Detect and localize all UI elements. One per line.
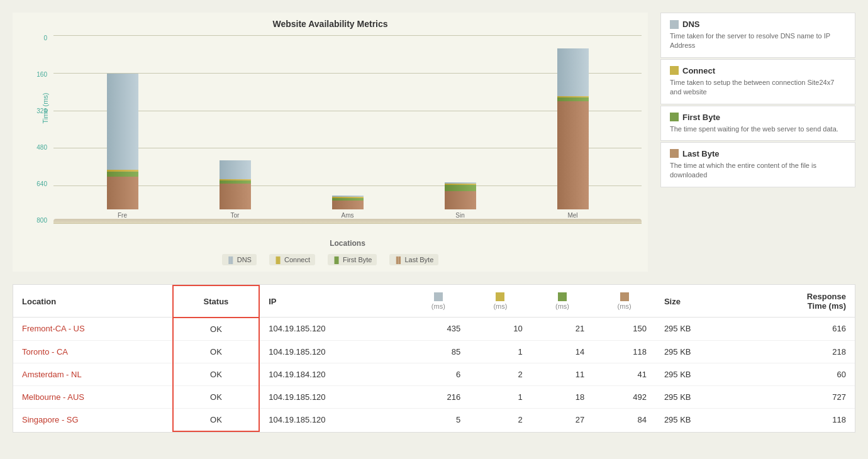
y-label-640: 640: [19, 181, 47, 187]
cell-dns-4: 5: [408, 408, 470, 431]
cell-location-3[interactable]: Melbourne - AUS: [13, 385, 173, 408]
cell-ip-4: 104.19.185.120: [259, 408, 407, 431]
legend-card-dns-title: DNS: [670, 19, 846, 29]
legend-firstbyte-label: First Byte: [343, 256, 372, 263]
legend-lastbyte-label: Last Byte: [404, 256, 433, 263]
cell-dns-2: 6: [408, 363, 470, 385]
cell-status-2: OK: [173, 363, 259, 385]
col-response-time: ResponseTime (ms): [743, 285, 855, 318]
y-label-160: 160: [19, 72, 47, 78]
lastbyte-bar-fre: [107, 177, 138, 210]
firstbyte-legend-icon: ▐▌: [333, 256, 340, 263]
legend-connect: ▐▌ Connect: [269, 254, 315, 265]
dns-col-unit: (ms): [431, 302, 445, 310]
cell-dns-3: 216: [408, 385, 470, 408]
legend-lastbyte: ▐▌ Last Byte: [389, 254, 438, 265]
bar-x-label-ams: Ams: [342, 212, 354, 219]
bar-x-label-tor: Tor: [231, 212, 240, 219]
cell-size-0: 295 KB: [655, 318, 743, 341]
page-wrapper: Website Availability Metrics Time (ms) 8…: [0, 0, 868, 445]
cell-ip-3: 104.19.185.120: [259, 385, 407, 408]
firstbyte-col-unit: (ms): [555, 302, 569, 310]
cell-size-2: 295 KB: [655, 363, 743, 385]
cell-response-4: 118: [743, 408, 855, 431]
cell-status-3: OK: [173, 385, 259, 408]
chart-title: Website Availability Metrics: [19, 19, 642, 29]
cell-lastbyte-0: 150: [593, 318, 655, 341]
cell-connect-2: 2: [469, 363, 531, 385]
x-axis-label: Locations: [53, 239, 642, 248]
lastbyte-col-icon: [620, 292, 629, 301]
cell-connect-1: 1: [469, 340, 531, 363]
y-label-800: 800: [19, 218, 47, 224]
table-body: Fremont-CA - US OK 104.19.185.120 435 10…: [13, 318, 855, 431]
dns-title-text: DNS: [682, 19, 699, 29]
bar-set-sin: Sin: [445, 182, 476, 219]
legend-sidebar: DNS Time taken for the server to resolve…: [660, 13, 855, 272]
table-row: Amsterdam - NL OK 104.19.184.120 6 2 11 …: [13, 363, 855, 385]
cell-size-3: 295 KB: [655, 385, 743, 408]
firstbyte-bar-sin: [445, 185, 476, 191]
cell-status-1: OK: [173, 340, 259, 363]
cell-response-1: 218: [743, 340, 855, 363]
firstbyte-title-text: First Byte: [682, 113, 720, 122]
cell-ip-0: 104.19.185.120: [259, 318, 407, 341]
cell-location-0[interactable]: Fremont-CA - US: [13, 318, 173, 341]
cell-connect-3: 1: [469, 385, 531, 408]
connect-color-box: [670, 66, 679, 75]
cell-location-1[interactable]: Toronto - CA: [13, 340, 173, 363]
lastbyte-title-text: Last Byte: [682, 149, 720, 158]
bar-set-ams: Ams: [332, 196, 364, 219]
col-status: Status: [173, 285, 259, 318]
dns-bar-fre: [107, 74, 138, 169]
y-label-480: 480: [19, 145, 47, 151]
lastbyte-legend-icon: ▐▌: [394, 256, 402, 263]
connect-legend-icon: ▐▌: [274, 256, 282, 263]
bar-set-fre: Fre: [107, 74, 138, 219]
firstbyte-description: The time spent waiting for the web serve…: [670, 124, 846, 134]
bar-x-label-fre: Fre: [118, 212, 127, 219]
firstbyte-bar-fre: [107, 172, 138, 176]
cell-location-2[interactable]: Amsterdam - NL: [13, 363, 173, 385]
chart-container: Website Availability Metrics Time (ms) 8…: [13, 13, 648, 272]
col-location: Location: [13, 285, 173, 318]
cell-size-1: 295 KB: [655, 340, 743, 363]
connect-col-icon: [496, 292, 504, 301]
y-axis-labels: 800 640 480 320 160 0: [19, 35, 50, 224]
cell-location-4[interactable]: Singapore - SG: [13, 408, 173, 431]
cell-lastbyte-4: 84: [593, 408, 655, 431]
col-connect: (ms): [469, 285, 531, 318]
legend-card-lastbyte: Last Byte The time at which the entire c…: [660, 142, 855, 187]
stacked-bar-ams: [332, 196, 364, 209]
bar-x-label-sin: Sin: [455, 212, 464, 219]
cell-firstbyte-3: 18: [531, 385, 594, 408]
lastbyte-bar-tor: [220, 184, 251, 209]
col-dns: (ms): [408, 285, 470, 318]
dns-legend-icon: ▐▌: [227, 256, 235, 263]
chart-plot-area: FreTorAmsSinMel: [53, 35, 642, 224]
cell-lastbyte-2: 41: [593, 363, 655, 385]
legend-card-connect-title: Connect: [670, 66, 846, 75]
cell-response-3: 727: [743, 385, 855, 408]
bars-container: FreTorAmsSinMel: [53, 35, 642, 224]
cell-dns-0: 435: [408, 318, 470, 341]
legend-card-firstbyte-title: First Byte: [670, 113, 846, 122]
lastbyte-bar-ams: [332, 201, 364, 209]
cell-size-4: 295 KB: [655, 408, 743, 431]
cell-response-2: 60: [743, 363, 855, 385]
lastbyte-bar-sin: [445, 191, 476, 209]
chart-legend: ▐▌ DNS ▐▌ Connect ▐▌ First Byte ▐▌ Last …: [19, 254, 642, 265]
stacked-bar-tor: [220, 160, 251, 209]
firstbyte-col-icon: [558, 292, 567, 301]
legend-card-lastbyte-title: Last Byte: [670, 149, 846, 158]
legend-dns: ▐▌ DNS: [222, 254, 257, 265]
y-label-320: 320: [19, 108, 47, 114]
dns-description: Time taken for the server to resolve DNS…: [670, 31, 846, 51]
bar-set-tor: Tor: [220, 160, 251, 219]
legend-firstbyte: ▐▌ First Byte: [328, 254, 377, 265]
cell-firstbyte-4: 27: [531, 408, 594, 431]
legend-card-firstbyte: First Byte The time spent waiting for th…: [660, 106, 855, 141]
lastbyte-col-unit: (ms): [618, 302, 632, 310]
table-row: Fremont-CA - US OK 104.19.185.120 435 10…: [13, 318, 855, 341]
col-lastbyte: (ms): [593, 285, 655, 318]
